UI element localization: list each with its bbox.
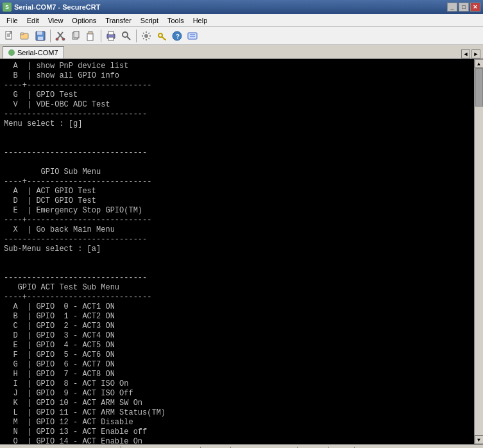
scrollbar: ▲ ▼: [474, 59, 483, 444]
svg-rect-7: [37, 31, 42, 35]
menu-transfer[interactable]: Transfer: [101, 15, 135, 26]
toolbar-copy[interactable]: [69, 29, 83, 43]
svg-rect-18: [108, 31, 114, 35]
terminal-wrapper: A | show PnP device list B | show all GP…: [0, 59, 483, 444]
menu-file[interactable]: File: [3, 15, 22, 26]
svg-point-22: [144, 34, 148, 38]
toolbar-help[interactable]: ?: [170, 29, 184, 43]
menu-help[interactable]: Help: [189, 15, 212, 26]
tab-serial-com7[interactable]: Serial-COM7: [3, 46, 64, 58]
toolbar-sep-3: [136, 30, 137, 42]
svg-rect-29: [188, 33, 197, 39]
toolbar-sep-1: [50, 30, 51, 42]
scrollbar-thumb[interactable]: [475, 68, 483, 107]
toolbar-save[interactable]: [33, 29, 47, 43]
toolbar-connect[interactable]: [185, 29, 199, 43]
scrollbar-up[interactable]: ▲: [475, 59, 484, 68]
toolbar-paste[interactable]: [84, 29, 98, 43]
toolbar-cut[interactable]: [53, 29, 67, 43]
close-button[interactable]: ✕: [470, 3, 480, 12]
toolbar-print[interactable]: [104, 29, 118, 43]
title-bar-left: S Serial-COM7 - SecureCRT: [3, 3, 100, 12]
window-title: Serial-COM7 - SecureCRT: [14, 3, 100, 11]
svg-rect-15: [87, 33, 93, 40]
toolbar-key[interactable]: [155, 29, 169, 43]
toolbar: ?: [0, 27, 483, 45]
tab-label: Serial-COM7: [17, 49, 58, 56]
toolbar-sep-2: [101, 30, 101, 42]
svg-point-20: [123, 32, 128, 37]
scrollbar-track[interactable]: [475, 68, 484, 435]
svg-rect-14: [74, 31, 79, 38]
menu-edit[interactable]: Edit: [23, 15, 43, 26]
status-bar: Ready Serial: COM7, 38400 43, 19 43 Rows…: [0, 444, 483, 448]
title-buttons: _ □ ✕: [447, 3, 480, 12]
terminal-output[interactable]: A | show PnP device list B | show all GP…: [0, 59, 474, 444]
scrollbar-down[interactable]: ▼: [475, 435, 484, 444]
menu-options[interactable]: Options: [68, 15, 100, 26]
menu-bar: File Edit View Options Transfer Script T…: [0, 14, 483, 27]
svg-rect-5: [21, 33, 24, 35]
minimize-button[interactable]: _: [447, 3, 457, 12]
svg-line-21: [127, 37, 130, 40]
menu-script[interactable]: Script: [137, 15, 162, 26]
svg-point-11: [56, 38, 58, 40]
tab-bar: Serial-COM7 ◀ ▶: [0, 45, 483, 59]
toolbar-new[interactable]: [3, 29, 17, 43]
tab-next-button[interactable]: ▶: [471, 49, 480, 58]
tab-prev-button[interactable]: ◀: [461, 49, 470, 58]
maximize-button[interactable]: □: [459, 3, 469, 12]
svg-line-24: [162, 37, 165, 40]
svg-rect-19: [108, 37, 114, 40]
svg-text:?: ?: [176, 33, 180, 40]
toolbar-open[interactable]: [18, 29, 32, 43]
toolbar-find[interactable]: [119, 29, 133, 43]
svg-rect-16: [89, 31, 92, 34]
app-icon: S: [3, 3, 12, 12]
tab-navigation: ◀ ▶: [461, 49, 480, 58]
menu-view[interactable]: View: [44, 15, 67, 26]
toolbar-settings[interactable]: [139, 29, 153, 43]
svg-rect-8: [38, 37, 43, 40]
title-bar: S Serial-COM7 - SecureCRT _ □ ✕: [0, 0, 483, 14]
tab-status-icon: [8, 49, 15, 56]
status-sep-1: [121, 446, 121, 449]
svg-point-12: [62, 38, 65, 40]
menu-tools[interactable]: Tools: [164, 15, 188, 26]
